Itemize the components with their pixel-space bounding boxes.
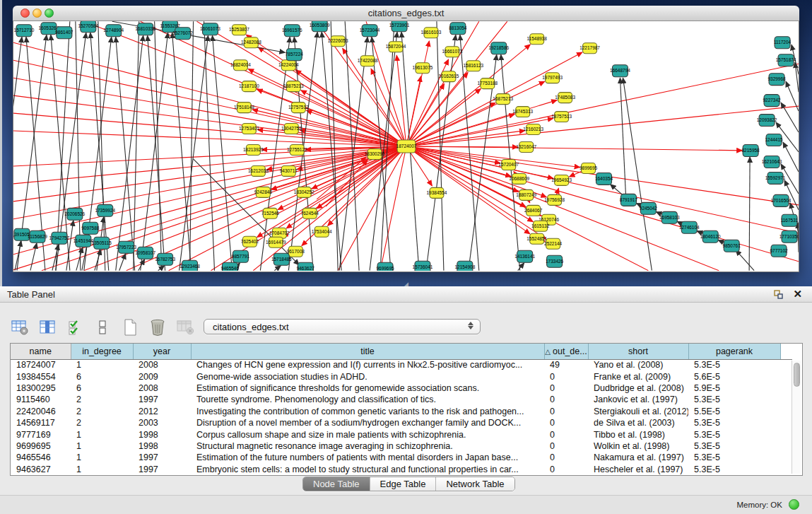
- network-edge[interactable]: [783, 142, 799, 172]
- column-header-in_degree[interactable]: in_degree: [71, 344, 133, 359]
- cell-out_degree[interactable]: 0: [544, 406, 588, 417]
- cell-out_degree[interactable]: 49: [544, 359, 588, 370]
- cell-name[interactable]: 9115460: [11, 394, 71, 405]
- network-edge[interactable]: [406, 146, 511, 177]
- show-columns-icon[interactable]: [37, 317, 57, 338]
- cell-title[interactable]: Estimation of the future numbers of pati…: [191, 452, 544, 463]
- select-all-columns-icon[interactable]: [65, 317, 85, 338]
- cell-in_degree[interactable]: 1: [71, 428, 133, 440]
- network-window-titlebar[interactable]: citations_edges.txt: [13, 6, 799, 21]
- cell-pagerank[interactable]: 5.3E-5: [688, 417, 780, 428]
- zoom-button[interactable]: [45, 8, 54, 18]
- new-column-icon[interactable]: [120, 317, 140, 338]
- cell-year[interactable]: 1997: [133, 394, 191, 405]
- cell-title[interactable]: Genome-wide association studies in ADHD.: [191, 370, 544, 382]
- network-edge[interactable]: [406, 106, 799, 146]
- cell-short[interactable]: Wolkin et al. (1998): [588, 440, 688, 452]
- cell-pagerank[interactable]: 5.3E-5: [688, 394, 780, 405]
- cell-in_degree[interactable]: 6: [71, 382, 133, 394]
- tab-node-table[interactable]: Node Table: [303, 477, 370, 491]
- cell-name[interactable]: 9699695: [11, 440, 71, 452]
- network-edge[interactable]: [406, 146, 742, 151]
- close-button[interactable]: [20, 8, 30, 18]
- cell-short[interactable]: Stergiakouli et al. (2012): [588, 406, 688, 417]
- tab-network-table[interactable]: Network Table: [435, 477, 514, 491]
- cell-name[interactable]: 9465546: [11, 452, 71, 463]
- column-header-title[interactable]: title: [191, 344, 544, 359]
- cell-title[interactable]: Changes of HCN gene expression and I(f) …: [191, 359, 544, 370]
- cell-name[interactable]: 9777169: [11, 428, 71, 440]
- cell-short[interactable]: Yano et al. (2008): [588, 359, 688, 370]
- cell-year[interactable]: 2008: [133, 382, 191, 394]
- table-scrollbar-thumb[interactable]: [794, 363, 800, 387]
- cell-short[interactable]: de Silva et al. (2003): [588, 417, 688, 428]
- column-header-name[interactable]: name: [11, 344, 71, 359]
- cell-in_degree[interactable]: 1: [71, 452, 133, 463]
- cell-pagerank[interactable]: 5.3E-5: [688, 440, 780, 452]
- cell-name[interactable]: 19384554: [11, 370, 71, 382]
- network-edge[interactable]: [13, 78, 406, 146]
- column-header-pagerank[interactable]: pagerank: [688, 344, 780, 359]
- cell-title[interactable]: Corpus callosum shape and size in male p…: [191, 428, 544, 440]
- table-row[interactable]: 1872400712008Changes of HCN gene express…: [11, 359, 792, 370]
- network-edge[interactable]: [749, 157, 750, 271]
- column-header-year[interactable]: year: [133, 344, 191, 359]
- cell-out_degree[interactable]: 0: [544, 452, 588, 463]
- cell-pagerank[interactable]: 5.6E-5: [688, 370, 780, 382]
- network-edge[interactable]: [380, 146, 406, 271]
- table-scrollbar[interactable]: [792, 361, 801, 474]
- table-row[interactable]: 969969511998Structural magnetic resonanc…: [11, 440, 792, 452]
- table-row[interactable]: 1938455462009Genome-wide association stu…: [11, 370, 792, 382]
- cell-pagerank[interactable]: 5.9E-5: [688, 382, 780, 394]
- network-edge[interactable]: [331, 21, 338, 270]
- cell-out_degree[interactable]: 0: [544, 417, 588, 428]
- network-edge[interactable]: [204, 21, 215, 270]
- cell-title[interactable]: Tourette syndrome. Phenomenology and cla…: [191, 394, 544, 405]
- cell-short[interactable]: Dudbridge et al. (2008): [588, 382, 688, 394]
- delete-table-icon[interactable]: [175, 317, 195, 338]
- table-row[interactable]: 2242004622012Investigating the contribut…: [11, 406, 792, 417]
- network-edge[interactable]: [30, 243, 37, 271]
- cell-in_degree[interactable]: 1: [71, 464, 133, 475]
- cell-title[interactable]: Embryonic stem cells: a model to study s…: [191, 464, 544, 475]
- cell-year[interactable]: 1998: [133, 440, 191, 452]
- cell-in_degree[interactable]: 2: [71, 394, 133, 405]
- network-edge[interactable]: [274, 266, 281, 271]
- cell-title[interactable]: Structural magnetic resonance image aver…: [191, 440, 544, 452]
- table-settings-icon[interactable]: [10, 317, 30, 338]
- network-edge[interactable]: [396, 55, 406, 146]
- cell-year[interactable]: 1997: [133, 452, 191, 463]
- delete-column-icon[interactable]: [148, 317, 167, 338]
- cell-pagerank[interactable]: 5.3E-5: [688, 464, 780, 475]
- table-row[interactable]: 911546021997Tourette syndrome. Phenomeno…: [11, 394, 792, 405]
- cell-name[interactable]: 22420046: [11, 406, 71, 417]
- cell-year[interactable]: 2003: [133, 417, 191, 428]
- table-row[interactable]: 1830029562008Estimation of significance …: [11, 382, 792, 394]
- cell-year[interactable]: 1998: [133, 428, 191, 440]
- network-edge[interactable]: [437, 21, 444, 270]
- minimize-button[interactable]: [33, 8, 42, 18]
- network-graph[interactable]: 1872400712482088188240041218710017518148…: [13, 21, 799, 271]
- network-edge[interactable]: [141, 33, 168, 270]
- column-header-short[interactable]: short: [588, 344, 688, 359]
- table-row[interactable]: 946554611997Estimation of the future num…: [11, 452, 792, 463]
- cell-in_degree[interactable]: 1: [71, 359, 133, 370]
- cell-out_degree[interactable]: 0: [544, 394, 588, 405]
- cell-pagerank[interactable]: 5.5E-5: [688, 406, 780, 417]
- network-edge[interactable]: [518, 263, 524, 271]
- cell-out_degree[interactable]: 0: [544, 440, 588, 452]
- cell-pagerank[interactable]: 5.3E-5: [688, 452, 780, 463]
- cell-pagerank[interactable]: 5.3E-5: [688, 359, 780, 370]
- network-edge[interactable]: [736, 250, 754, 271]
- network-edge[interactable]: [76, 247, 83, 271]
- network-edge[interactable]: [190, 21, 194, 270]
- cell-out_degree[interactable]: 0: [544, 370, 588, 382]
- cell-short[interactable]: Jankovic et al. (1997): [588, 394, 688, 405]
- cell-in_degree[interactable]: 2: [71, 406, 133, 417]
- cell-short[interactable]: Franke et al. (2009): [588, 370, 688, 382]
- network-table-selector[interactable]: citations_edges.txt: [204, 319, 481, 334]
- network-edge[interactable]: [76, 21, 81, 270]
- network-edge[interactable]: [180, 35, 208, 270]
- cell-year[interactable]: 2008: [133, 359, 191, 370]
- cell-year[interactable]: 1997: [133, 464, 191, 475]
